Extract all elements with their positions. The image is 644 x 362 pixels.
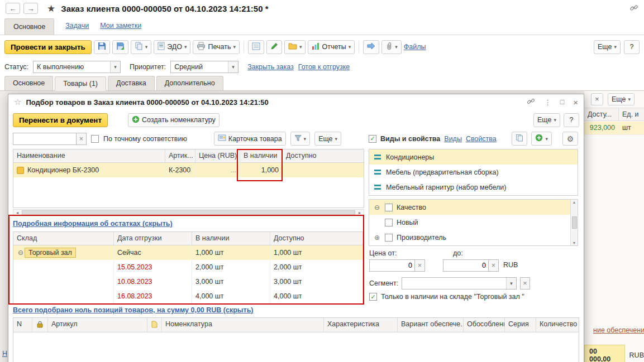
scroll-right-icon[interactable]: ▸ [356, 210, 364, 215]
maximize-icon[interactable]: □ [560, 98, 565, 106]
close-icon[interactable]: × [573, 98, 578, 107]
column-series[interactable]: Серия [505, 318, 536, 332]
edo-button[interactable]: ЭДО ▾ [154, 40, 190, 54]
priority-combo[interactable]: Средний ▾ [170, 61, 238, 73]
column-provision-variant[interactable]: Вариант обеспече... [398, 318, 464, 332]
exact-match-checkbox[interactable] [91, 135, 99, 143]
product-search-input[interactable] [13, 133, 77, 145]
property-manufacturer[interactable]: ⊕ Производитель [369, 230, 570, 245]
files-link[interactable]: Файлы [404, 43, 426, 51]
section-tab-main[interactable]: Основное [4, 18, 54, 35]
filter-button[interactable]: ▾ [290, 132, 311, 146]
expand-icon[interactable]: ⊕ [373, 234, 381, 242]
favorite-star-icon[interactable]: ★ [47, 3, 55, 15]
more-button[interactable]: Еще ▾ [594, 40, 621, 54]
stock-row[interactable]: 10.08.2023 3,000 шт 3,000 шт [13, 274, 362, 289]
price-to-input[interactable] [443, 259, 489, 272]
column-in-stock[interactable]: В наличии [192, 232, 270, 245]
scroll-left-icon[interactable]: ◂ [13, 210, 21, 215]
column-available[interactable]: Доступно [270, 232, 362, 245]
stock-row[interactable]: 15.05.2023 2,000 шт 2,000 шт [13, 260, 362, 274]
selection-summary-link[interactable]: Всего подобрано ноль позиций товаров, на… [13, 306, 254, 314]
scrollbar-thumb[interactable] [22, 210, 355, 215]
column-quantity[interactable]: Количество [536, 318, 579, 332]
tab-main[interactable]: Основное [4, 76, 53, 90]
clear-segment-button[interactable]: × [520, 277, 530, 289]
filter-more-button[interactable]: Еще ▾ [314, 132, 341, 146]
column-article[interactable]: Артик... [165, 149, 195, 162]
type-item-conditioners[interactable]: Кондиционеры [369, 149, 578, 165]
scrollbar-thumb[interactable] [572, 216, 577, 229]
types-link[interactable]: Виды [444, 135, 462, 143]
stock-row[interactable]: 16.08.2023 4,000 шт 4,000 шт [13, 289, 362, 303]
post-document-button[interactable] [112, 40, 128, 54]
close-order-link[interactable]: Закрыть заказ [247, 63, 294, 71]
collapse-icon[interactable]: ⊖ [373, 204, 381, 211]
properties-link[interactable]: Свойства [466, 135, 497, 143]
manufacturer-checkbox[interactable] [385, 234, 393, 242]
ready-to-ship-link[interactable]: Готов к отгрузке [298, 63, 350, 71]
scroll-down-icon[interactable]: ▼ [573, 241, 576, 245]
item-card-button[interactable]: Карточка товара [214, 132, 286, 146]
edit-button[interactable] [266, 40, 282, 54]
background-table-row[interactable]: 923,000 шт [584, 122, 644, 135]
get-link-icon[interactable] [527, 97, 535, 107]
tab-goods[interactable]: Товары (1) [55, 76, 106, 91]
copy-view-button[interactable] [512, 132, 527, 146]
type-item-furniture[interactable]: Мебель (предварительная сборка) [369, 165, 578, 180]
column-characteristic[interactable]: Характеристика [324, 318, 398, 332]
dialog-more-button[interactable]: Еще ▾ [533, 113, 560, 127]
column-in-stock[interactable]: В наличии [240, 149, 283, 162]
create-based-on-button[interactable]: ▾ [131, 40, 152, 54]
favorite-star-icon[interactable]: ☆ [14, 97, 21, 107]
nav-link-notes[interactable]: Мои заметки [100, 22, 141, 30]
segment-combo[interactable]: ▾ [402, 277, 517, 289]
type-item-furniture-set[interactable]: Мебельный гарнитур (набор мебели) [369, 180, 578, 195]
clear-search-button[interactable]: × [77, 133, 87, 145]
column-doc[interactable] [147, 318, 162, 332]
quality-checkbox[interactable] [385, 204, 393, 211]
horizontal-scrollbar[interactable]: ◂ ▸ [13, 209, 364, 216]
property-quality[interactable]: ⊖ Качество [369, 200, 570, 215]
product-row[interactable]: Кондиционер БК-2300 К-2300 ... 1,000 [13, 163, 364, 177]
nav-link-tasks[interactable]: Задачи [65, 22, 89, 30]
help-button[interactable]: ? [624, 40, 640, 54]
business-process-button[interactable] [363, 40, 379, 54]
stock-details-link[interactable]: Подробная информация об остатках (скрыть… [13, 220, 173, 228]
add-type-button[interactable]: ▾ [531, 132, 552, 146]
menu-kebab-icon[interactable]: ⋮ [544, 98, 551, 107]
types-props-checkbox[interactable]: ✓ [369, 135, 376, 143]
column-warehouse[interactable]: Склад [13, 232, 114, 245]
vertical-scrollbar[interactable]: ▲ ▼ [570, 200, 578, 245]
registers-button[interactable] [248, 40, 264, 54]
reports-button[interactable]: Отчеты ▾ [308, 40, 355, 54]
scroll-up-icon[interactable]: ▲ [573, 200, 576, 204]
column-lock[interactable] [32, 318, 48, 332]
get-link-icon[interactable] [629, 3, 638, 14]
column-ship-date[interactable]: Дата отгрузки [114, 232, 192, 245]
column-nomenclature[interactable]: Номенклатура [162, 318, 324, 332]
more-button[interactable]: Еще ▾ [608, 93, 635, 105]
column-available[interactable]: Доступно [283, 149, 364, 162]
clear-price-to-button[interactable]: × [489, 259, 499, 272]
column-separate[interactable]: Обособленно [464, 318, 505, 332]
back-button[interactable]: ← [6, 3, 20, 14]
status-combo[interactable]: К выполнению ▾ [33, 61, 121, 73]
column-article[interactable]: Артикул [48, 318, 147, 332]
column-name[interactable]: Наименование [13, 149, 165, 162]
column-price[interactable]: Цена (RUB) [195, 149, 240, 162]
save-button[interactable] [94, 40, 110, 54]
column-n[interactable]: N [13, 318, 32, 332]
collapse-icon[interactable]: ⊖ [17, 249, 25, 257]
create-item-button[interactable]: Создать номенклатуру [128, 113, 220, 127]
price-from-input[interactable] [369, 259, 415, 272]
tab-delivery[interactable]: Доставка [108, 76, 155, 90]
new-checkbox[interactable] [385, 219, 393, 226]
provision-state-link[interactable]: ние обеспечения [593, 326, 644, 334]
print-button[interactable]: Печать ▾ [193, 40, 239, 54]
stock-row[interactable]: ⊖ Торговый зал Сейчас 1,000 шт 1,000 шт [13, 245, 362, 260]
dropdown-arrow-icon[interactable]: ▾ [228, 61, 238, 73]
dropdown-arrow-icon[interactable]: ▾ [110, 61, 120, 73]
close-button[interactable]: × [591, 93, 603, 105]
bottom-left-partial-link[interactable]: Н [2, 350, 7, 358]
